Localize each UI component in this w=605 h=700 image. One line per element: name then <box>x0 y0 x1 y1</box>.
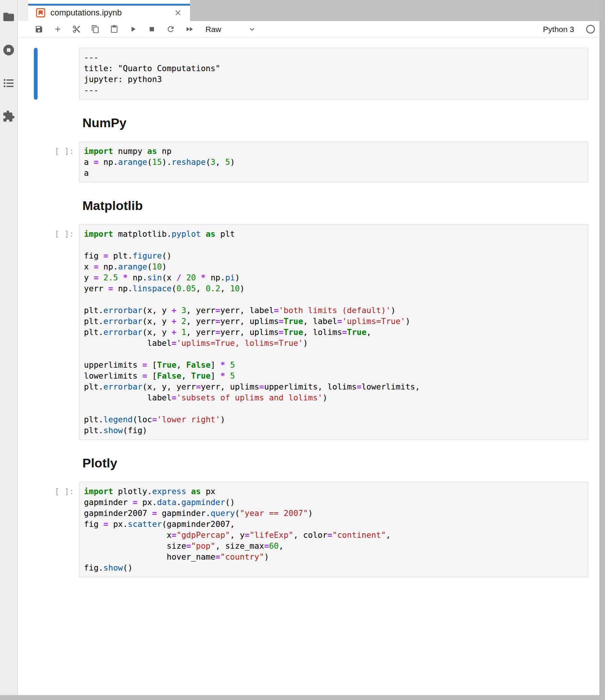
cell-gutter <box>18 183 79 224</box>
code-line <box>84 294 583 305</box>
code-line: x="gdpPercap", y="lifeExp", color="conti… <box>84 530 583 540</box>
kernel-name: Python 3 <box>543 25 574 34</box>
code-line: --- <box>84 52 583 63</box>
markdown-heading: NumPy <box>82 116 126 130</box>
cell-gutter <box>18 440 79 482</box>
code-line: import numpy as np <box>84 146 583 157</box>
code-line: size="pop", size_max=60, <box>84 540 583 551</box>
window-right-edge <box>599 0 605 700</box>
code-line <box>84 403 583 414</box>
code-line: fig = px.scatter(gapminder2007, <box>84 519 583 530</box>
cut-cell-button[interactable] <box>67 23 86 36</box>
markdown-heading: Matplotlib <box>82 198 143 213</box>
cell-type-dropdown[interactable]: Raw <box>205 25 256 34</box>
code-line <box>84 239 583 250</box>
cell-editor[interactable]: import matplotlib.pyplot as pltfig = plt… <box>79 224 588 440</box>
folder-icon <box>2 11 15 23</box>
code-line: plt.errorbar(x, y + 2, yerr=yerr, uplims… <box>84 316 583 327</box>
code-cell[interactable]: [ ]:import matplotlib.pyplot as pltfig =… <box>18 224 599 440</box>
restart-kernel-button[interactable] <box>161 23 180 36</box>
cell-code: ---title: "Quarto Computations"jupyter: … <box>84 52 583 96</box>
copy-icon <box>91 25 100 33</box>
stop-circle-icon <box>2 44 15 56</box>
left-sidebar <box>0 0 18 695</box>
code-line: plt.errorbar(x, y, yerr=yerr, uplims=upp… <box>84 381 583 392</box>
code-line: plt.show(fig) <box>84 425 583 436</box>
cell-gutter: [ ]: <box>18 482 79 577</box>
cell-code: import matplotlib.pyplot as pltfig = plt… <box>84 228 583 436</box>
code-cell[interactable]: [ ]:import plotly.express as pxgapminder… <box>18 482 599 577</box>
code-line: title: "Quarto Computations" <box>84 63 583 74</box>
markdown-cell[interactable]: Matplotlib <box>18 183 599 224</box>
stop-icon <box>147 25 156 33</box>
code-line: yerr = np.linspace(0.05, 0.2, 10) <box>84 283 583 294</box>
restart-run-all-button[interactable] <box>180 23 199 36</box>
sidebar-item-file-browser[interactable] <box>2 11 15 23</box>
puzzle-icon <box>2 110 15 123</box>
notebook-icon <box>36 8 46 18</box>
cell-code: import numpy as npa = np.arange(15).resh… <box>84 146 583 178</box>
code-line: fig.show() <box>84 562 583 573</box>
paste-cell-button[interactable] <box>105 23 123 36</box>
execution-prompt: [ ]: <box>55 146 74 157</box>
code-line: plt.legend(loc='lower right') <box>84 414 583 425</box>
add-icon <box>53 25 62 33</box>
code-line: --- <box>84 85 583 96</box>
sidebar-item-table-of-contents[interactable] <box>2 77 15 90</box>
save-button[interactable] <box>29 23 48 36</box>
code-line: label='subsets of uplims and lolims') <box>84 392 583 403</box>
code-line: plt.errorbar(x, y + 3, yerr=yerr, label=… <box>84 305 583 316</box>
code-line: import plotly.express as px <box>84 486 583 497</box>
notebook-cells: ---title: "Quarto Computations"jupyter: … <box>18 48 599 577</box>
add-cell-button[interactable] <box>48 23 67 36</box>
code-line: plt.errorbar(x, y + 1, yerr=yerr, uplims… <box>84 327 583 338</box>
cell-gutter: [ ]: <box>18 142 79 183</box>
cell-gutter <box>18 100 79 142</box>
active-tab-indicator <box>28 4 190 6</box>
run-button[interactable] <box>123 23 142 36</box>
cell-gutter <box>18 48 79 100</box>
code-line: fig = plt.figure() <box>84 250 583 261</box>
run-icon <box>129 25 137 33</box>
raw-cell[interactable]: ---title: "Quarto Computations"jupyter: … <box>18 48 599 100</box>
restart-icon <box>166 25 175 33</box>
code-line: hover_name="country") <box>84 551 583 562</box>
tab-title: computations.ipynb <box>50 8 122 18</box>
cell-type-value: Raw <box>205 25 221 34</box>
paste-icon <box>110 25 119 33</box>
cell-code: import plotly.express as pxgapminder = p… <box>84 486 583 573</box>
code-cell[interactable]: [ ]:import numpy as npa = np.arange(15).… <box>18 142 599 183</box>
markdown-heading: Plotly <box>82 456 117 470</box>
code-line: label='uplims=True, lolims=True') <box>84 338 583 348</box>
tab-bar: computations.ipynb <box>18 0 599 21</box>
code-line: lowerlimits = [False, True] * 5 <box>84 370 583 381</box>
tab-computations-ipynb[interactable]: computations.ipynb <box>28 0 190 21</box>
sidebar-item-extension-manager[interactable] <box>2 110 15 123</box>
save-icon <box>35 25 43 33</box>
close-icon[interactable] <box>173 8 182 17</box>
code-line: a = np.arange(15).reshape(3, 5) <box>84 157 583 167</box>
cell-editor[interactable]: ---title: "Quarto Computations"jupyter: … <box>79 48 588 100</box>
code-line: gapminder = px.data.gapminder() <box>84 497 583 508</box>
chevron-down-icon <box>248 26 256 33</box>
cell-gutter: [ ]: <box>18 224 79 440</box>
code-line: gapminder2007 = gapminder.query("year ==… <box>84 508 583 519</box>
sidebar-item-running-sessions[interactable] <box>2 44 15 56</box>
code-line: y = 2.5 * np.sin(x / 20 * np.pi) <box>84 272 583 283</box>
markdown-cell[interactable]: Plotly <box>18 440 599 482</box>
code-line: import matplotlib.pyplot as plt <box>84 228 583 239</box>
markdown-cell[interactable]: NumPy <box>18 100 599 142</box>
notebook-panel[interactable]: ---title: "Quarto Computations"jupyter: … <box>18 38 599 695</box>
code-line: a <box>84 167 583 178</box>
stop-button[interactable] <box>142 23 161 36</box>
list-icon <box>2 77 15 90</box>
cell-collapser[interactable] <box>34 48 38 100</box>
cell-editor[interactable]: import plotly.express as pxgapminder = p… <box>79 482 588 577</box>
code-line: x = np.arange(10) <box>84 261 583 272</box>
cell-editor[interactable]: import numpy as npa = np.arange(15).resh… <box>79 142 588 183</box>
kernel-indicator[interactable]: Python 3 <box>543 24 597 34</box>
window-bottom-edge <box>0 695 605 700</box>
execution-prompt: [ ]: <box>55 486 74 497</box>
copy-cell-button[interactable] <box>86 23 105 36</box>
code-line: upperlimits = [True, False] * 5 <box>84 359 583 370</box>
